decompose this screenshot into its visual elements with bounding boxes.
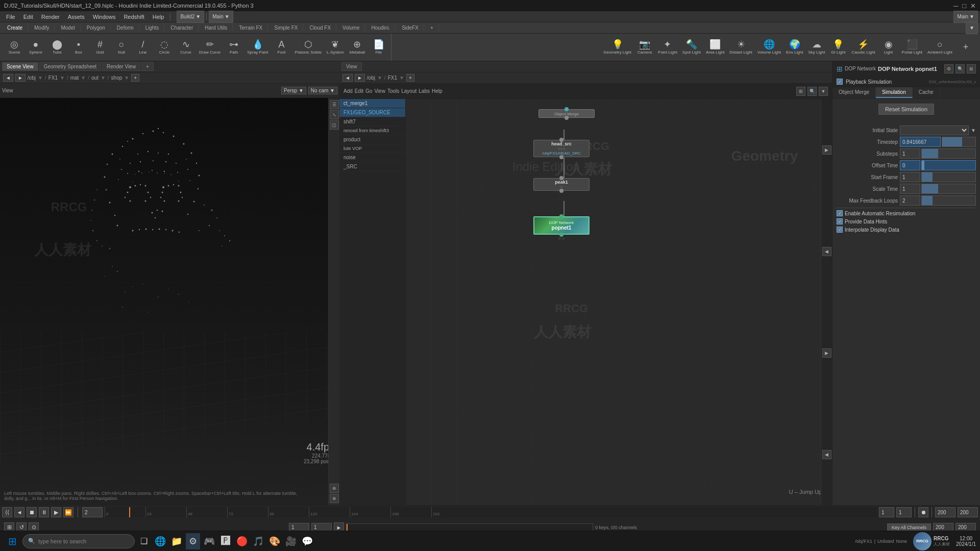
shelf-item-grid[interactable]: # Grid	[90, 39, 110, 56]
menu-windows[interactable]: Windows	[89, 13, 120, 21]
props-search-btn[interactable]: 🔍	[955, 64, 965, 73]
minimize-btn[interactable]: ─	[953, 2, 958, 10]
start-frame-input[interactable]	[900, 172, 920, 182]
browser-btn[interactable]: 🌐	[153, 533, 167, 549]
ne-rt3[interactable]: ▶	[822, 348, 831, 358]
shelf-item-line[interactable]: / Line	[133, 39, 153, 56]
blender-btn[interactable]: 🎨	[267, 533, 282, 549]
shelf-item-arealight[interactable]: ⬜ Area Light	[704, 39, 726, 56]
start-frame-slider[interactable]	[921, 172, 976, 182]
fileexplorer-btn[interactable]: 📁	[169, 533, 184, 549]
tab-geo-spreadsheet[interactable]: Geometry Spreadsheet	[39, 62, 101, 71]
node-popnet[interactable]: DOP Network popnet1 ○ ○	[533, 216, 590, 235]
shelf-item-light[interactable]: ◉ Light	[878, 39, 899, 56]
max-feedback-input[interactable]	[900, 195, 920, 206]
node-objmerge[interactable]: Object Merge	[538, 109, 595, 118]
shelf-item-circle[interactable]: ◌ Circle	[154, 39, 175, 56]
nl-product[interactable]: product	[339, 135, 405, 144]
nl-vop[interactable]: lute VOP	[339, 144, 405, 153]
shelf-item-metaball[interactable]: ⊕ Metaball	[347, 39, 368, 56]
shelf-tab-model[interactable]: Model	[56, 24, 80, 32]
menu-assets[interactable]: Assets	[64, 13, 89, 21]
start-btn[interactable]: ⊞	[4, 533, 20, 549]
shelf-item-null[interactable]: ○ Null	[111, 39, 132, 56]
ne-path-obj[interactable]: /obj	[367, 75, 375, 81]
vp-tool3[interactable]: ◫	[330, 120, 339, 130]
shelf-item-portallight[interactable]: ⬛ Portal Light	[900, 39, 924, 56]
node-canvas[interactable]: 人人素材 RRCG 人人素材 RRCG Indie Edition Geomet…	[406, 99, 832, 505]
path-mat[interactable]: mat	[70, 75, 79, 81]
ne-rt4[interactable]: ◀	[822, 450, 831, 459]
timeline-ruler[interactable]: 0 24 48 72 96 120 144 168 192	[105, 507, 877, 517]
shelf-item-spotlight[interactable]: 🔦 Spot Light	[680, 39, 703, 56]
menu-help[interactable]: Help	[149, 13, 168, 21]
reset-sim-btn[interactable]: Reset Simulation	[878, 104, 934, 115]
shelf-item-box[interactable]: ▪ Box	[68, 39, 89, 56]
props-tab-cache[interactable]: Cache	[913, 87, 940, 98]
ne-rt2[interactable]: ◀	[822, 247, 831, 256]
ne-rt1[interactable]: ▶	[822, 145, 831, 155]
ne-path-fx1[interactable]: FX1	[388, 75, 397, 81]
taskview-btn[interactable]: ❑	[137, 534, 151, 548]
ctrl-next[interactable]: ⏩	[63, 507, 74, 517]
taskbar-search[interactable]: 🔍 type here to search	[22, 534, 135, 548]
checkbox-interpolate[interactable]: ✓ Interpolate Display Data	[837, 227, 976, 233]
ne-fwd-btn[interactable]: ►	[355, 74, 365, 82]
close-btn[interactable]: ✕	[970, 2, 976, 10]
path-shop[interactable]: shop	[111, 75, 122, 81]
path-out[interactable]: out	[91, 75, 99, 81]
ne-view[interactable]: View	[374, 88, 385, 94]
ne-labs[interactable]: Labs	[419, 88, 430, 94]
ctrl-pause[interactable]: ⏸	[39, 507, 49, 517]
ne-zoom-in[interactable]: 🔍	[807, 87, 817, 96]
menu-render[interactable]: Render	[37, 13, 64, 21]
shelf-item-pointlight[interactable]: ✦ Point Light	[656, 39, 679, 56]
ne-layout[interactable]: Layout	[401, 88, 416, 94]
props-gear-btn[interactable]: ⚙	[944, 64, 953, 73]
shelf-expand[interactable]: ▼	[966, 22, 978, 34]
shelf-tab-houdini[interactable]: Houdini.	[366, 24, 396, 32]
shelf-item-add[interactable]: +	[955, 41, 976, 54]
shelf-tab-sidefx[interactable]: SideFX	[397, 24, 424, 32]
tab-add-view[interactable]: +	[141, 62, 154, 71]
path-fx1[interactable]: FX1	[48, 75, 58, 81]
video-btn[interactable]: 🎥	[284, 533, 298, 549]
shelf-tab-lights[interactable]: Lights	[140, 24, 165, 32]
frame-out-input[interactable]	[896, 507, 912, 517]
shelf-item-tube[interactable]: ⬤ Tube	[47, 39, 67, 56]
shelf-item-sphere[interactable]: ● Sphere	[26, 39, 46, 56]
spotify-btn[interactable]: 🎵	[251, 533, 265, 549]
window-controls[interactable]: ─ □ ✕	[953, 2, 976, 10]
menu-redshift[interactable]: Redshift	[119, 13, 148, 21]
checkbox-autoresim[interactable]: ✓ Enable Automatic Resimulation	[837, 210, 976, 216]
ne-tools[interactable]: Tools	[387, 88, 399, 94]
props-tab-simulation[interactable]: Simulation	[876, 87, 913, 98]
houdini-taskbar-btn[interactable]: ⚙	[186, 533, 200, 549]
timestep-input[interactable]	[900, 137, 941, 147]
ne-path-add-btn[interactable]: +	[406, 74, 414, 82]
playback-sim-checkbox[interactable]: ✓	[837, 79, 843, 85]
path-add-btn[interactable]: +	[131, 74, 139, 82]
node-peak1[interactable]: peak1 ○	[533, 178, 590, 191]
shelf-item-skylight[interactable]: ☁ Sky Light	[806, 39, 827, 56]
nl-geo-source[interactable]: FX1/GEO_SOURCE	[339, 108, 405, 117]
ne-layout-btn[interactable]: ⊞	[796, 87, 805, 96]
ps-btn[interactable]: 🅿	[218, 533, 233, 549]
substeps-input[interactable]	[900, 148, 920, 159]
props-tab-objmerge[interactable]: Object Merge	[832, 87, 876, 98]
checkbox-datahints[interactable]: ✓ Provide Data Hints	[837, 218, 976, 224]
fwd-btn[interactable]: ►	[15, 74, 26, 82]
menu-edit[interactable]: Edit	[19, 13, 37, 21]
vp-tool2[interactable]: ⤡	[330, 110, 339, 119]
shelf-tab-hardutils[interactable]: Hard Utils	[200, 24, 233, 32]
shelf-item-volumelight[interactable]: 🌐 Volume Light	[755, 39, 783, 56]
tab-scene-view[interactable]: Scene View	[2, 62, 38, 71]
shelf-item-camera[interactable]: 📷 Camera	[634, 39, 655, 56]
shelf-item-platonic[interactable]: ⬡ Platonic Solids	[293, 39, 324, 56]
system-clock[interactable]: 12:00 2024/1/1	[956, 536, 976, 547]
ne-add[interactable]: Add	[344, 88, 353, 94]
autoresim-check[interactable]: ✓	[837, 210, 843, 216]
shelf-item-file[interactable]: 📄 File	[369, 39, 389, 56]
ne-help[interactable]: Help	[432, 88, 443, 94]
offset-time-input[interactable]	[900, 160, 920, 170]
